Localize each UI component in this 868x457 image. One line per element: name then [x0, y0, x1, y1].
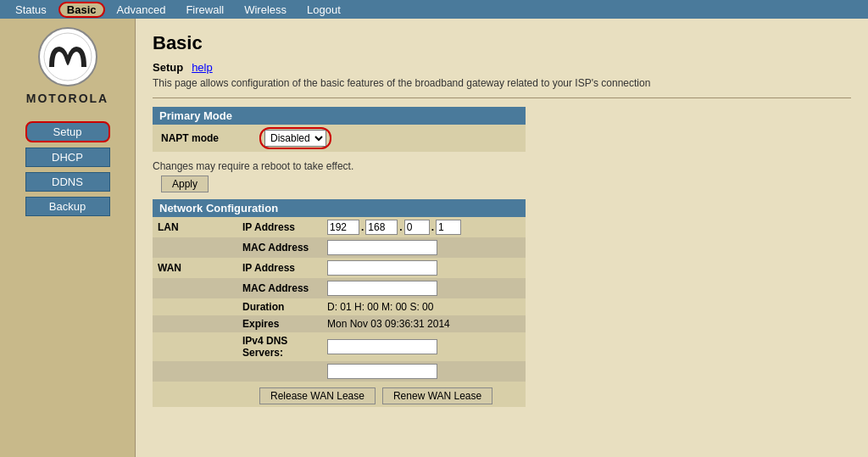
ipv4-dns-label: IPv4 DNS Servers: — [237, 332, 322, 361]
layout: MOTOROLA Setup DHCP DDNS Backup Basic Se… — [0, 19, 868, 457]
network-config-header: Network Configuration — [153, 199, 526, 217]
ip-address-label: IP Address — [237, 217, 322, 237]
dns2-empty1 — [153, 361, 237, 382]
dns-input[interactable] — [327, 339, 437, 354]
napt-row: NAPT mode Disabled Enabled — [153, 125, 526, 152]
ip-dot-2: . — [399, 221, 402, 233]
primary-mode-header: Primary Mode — [153, 107, 526, 125]
setup-description: This page allows configuration of the ba… — [153, 77, 851, 89]
nav-item-wireless[interactable]: Wireless — [236, 2, 295, 18]
brand-text: MOTOROLA — [26, 92, 108, 105]
sidebar-btn-setup[interactable]: Setup — [25, 121, 110, 142]
lan-label: LAN — [153, 217, 237, 237]
apply-button[interactable]: Apply — [161, 176, 209, 192]
wan-empty — [153, 278, 237, 298]
mac-address-label: MAC Address — [237, 237, 322, 258]
logo-circle — [38, 27, 97, 86]
dns-empty — [153, 332, 237, 361]
lan-ip-oct4[interactable] — [436, 220, 461, 235]
lease-buttons: Release WAN Lease Renew WAN Lease — [259, 387, 520, 404]
lan-ip-row: LAN IP Address . . . — [153, 217, 526, 237]
duration-value: D: 01 H: 00 M: 00 S: 00 — [322, 298, 526, 315]
lan-ip-oct1[interactable] — [327, 220, 359, 235]
duration-label: Duration — [237, 298, 322, 315]
wan-label: WAN — [153, 258, 237, 278]
napt-mode-select[interactable]: Disabled Enabled — [264, 130, 326, 147]
napt-select-wrapper: Disabled Enabled — [259, 127, 331, 149]
expires-value: Mon Nov 03 09:36:31 2014 — [322, 315, 526, 332]
dns2-cell — [322, 361, 526, 382]
napt-select-cell: Disabled Enabled — [254, 125, 526, 152]
divider — [153, 98, 851, 98]
wan-mac-cell — [322, 278, 526, 298]
nav-item-advanced[interactable]: Advanced — [108, 2, 175, 18]
sidebar-btn-backup[interactable]: Backup — [25, 197, 110, 216]
lan-mac-row: MAC Address — [153, 237, 526, 258]
lan-ip-cell: . . . — [322, 217, 526, 237]
sidebar-btn-dhcp[interactable]: DHCP — [25, 148, 110, 167]
motorola-logo-svg — [42, 31, 93, 82]
dns-row2 — [153, 361, 526, 382]
nav-item-basic[interactable]: Basic — [58, 2, 105, 18]
lan-empty — [153, 237, 237, 258]
lease-buttons-cell: Release WAN Lease Renew WAN Lease — [153, 382, 526, 407]
navbar: Status Basic Advanced Firewall Wireless … — [0, 0, 868, 19]
wan-ip-row: WAN IP Address — [153, 258, 526, 278]
lan-ip-oct3[interactable] — [404, 220, 430, 235]
wan-ip-label: IP Address — [237, 258, 322, 278]
dns-input2[interactable] — [327, 364, 437, 379]
expires-row: Expires Mon Nov 03 09:36:31 2014 — [153, 315, 526, 332]
lan-ip-oct2[interactable] — [365, 220, 398, 235]
dns2-empty2 — [237, 361, 322, 382]
wan-ip-input[interactable] — [327, 260, 437, 276]
wan-mac-label: MAC Address — [237, 278, 322, 298]
lan-mac-cell — [322, 237, 526, 258]
wan-ip-cell — [322, 258, 526, 278]
napt-label: NAPT mode — [153, 125, 254, 152]
release-wan-lease-button[interactable]: Release WAN Lease — [259, 387, 376, 404]
setup-row: Setup help — [153, 61, 851, 74]
expires-label: Expires — [237, 315, 322, 332]
sidebar-btn-ddns[interactable]: DDNS — [25, 172, 110, 192]
help-link[interactable]: help — [192, 61, 213, 74]
setup-label: Setup — [153, 61, 183, 74]
main-content: Basic Setup help This page allows config… — [136, 19, 868, 457]
expires-empty — [153, 315, 237, 332]
ip-dot-1: . — [361, 221, 364, 233]
nav-item-logout[interactable]: Logout — [298, 2, 349, 18]
network-config-table: LAN IP Address . . . MAC Address — [153, 217, 526, 407]
lan-mac-input[interactable] — [327, 240, 437, 255]
sidebar: MOTOROLA Setup DHCP DDNS Backup — [0, 19, 136, 457]
page-title: Basic — [153, 32, 851, 54]
buttons-row: Release WAN Lease Renew WAN Lease — [153, 382, 526, 407]
wan-mac-input[interactable] — [327, 281, 437, 296]
dns-row: IPv4 DNS Servers: — [153, 332, 526, 361]
nav-item-status[interactable]: Status — [7, 2, 55, 18]
duration-row: Duration D: 01 H: 00 M: 00 S: 00 — [153, 298, 526, 315]
primary-mode-table: NAPT mode Disabled Enabled — [153, 125, 526, 152]
nav-item-firewall[interactable]: Firewall — [177, 2, 232, 18]
duration-empty — [153, 298, 237, 315]
napt-note: Changes may require a reboot to take eff… — [153, 160, 851, 172]
wan-mac-row: MAC Address — [153, 278, 526, 298]
dns-cell — [322, 332, 526, 361]
renew-wan-lease-button[interactable]: Renew WAN Lease — [382, 387, 492, 404]
lan-ip-inputs: . . . — [327, 220, 520, 235]
ip-dot-3: . — [431, 221, 434, 233]
